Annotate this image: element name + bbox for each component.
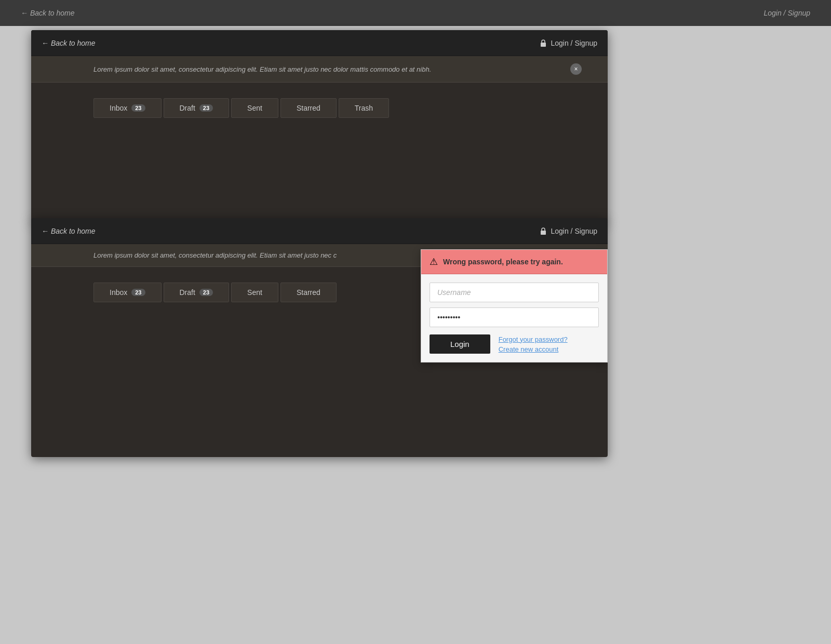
password-input[interactable] — [430, 307, 599, 327]
tab-sent-label: Sent — [247, 104, 262, 112]
background-topbar: ← Back to home Login / Signup — [0, 0, 831, 26]
w2-tab-draft-badge: 23 — [199, 289, 213, 296]
login-body: Login Forgot your password? Create new a… — [421, 274, 607, 362]
svg-rect-1 — [541, 231, 546, 235]
lock-icon-2 — [539, 227, 547, 235]
tab-starred[interactable]: Starred — [280, 98, 337, 118]
w2-tab-starred[interactable]: Starred — [280, 283, 337, 302]
tab-inbox-label: Inbox — [110, 104, 127, 112]
window1-login-signup[interactable]: Login / Signup — [539, 39, 597, 47]
window1-login-label[interactable]: Login / Signup — [551, 39, 597, 47]
tab-draft[interactable]: Draft 23 — [164, 98, 230, 118]
w2-tab-starred-label: Starred — [297, 288, 320, 297]
w2-tab-inbox-badge: 23 — [131, 289, 145, 296]
tab-starred-label: Starred — [297, 104, 320, 112]
create-account-link[interactable]: Create new account — [499, 345, 568, 353]
tab-trash-label: Trash — [355, 104, 373, 112]
login-actions: Login Forgot your password? Create new a… — [430, 334, 599, 354]
w2-tab-inbox-label: Inbox — [110, 288, 127, 297]
window2-notice-text: Lorem ipsum dolor sit amet, consectetur … — [93, 251, 337, 259]
w2-tab-draft[interactable]: Draft 23 — [164, 283, 230, 302]
window1-back-link[interactable]: ← Back to home — [42, 39, 95, 47]
tab-inbox[interactable]: Inbox 23 — [93, 98, 162, 118]
tab-draft-badge: 23 — [199, 104, 213, 112]
w2-tab-sent-label: Sent — [247, 288, 262, 297]
w2-tab-draft-label: Draft — [180, 288, 195, 297]
error-banner: ⚠ Wrong password, please try again. — [421, 250, 607, 274]
window-2: ← Back to home Login / Signup Lorem ipsu… — [31, 218, 608, 457]
warning-icon: ⚠ — [430, 256, 438, 267]
w2-tab-sent[interactable]: Sent — [231, 283, 278, 302]
forgot-password-link[interactable]: Forgot your password? — [499, 336, 568, 343]
window-1: ← Back to home Login / Signup Lorem ipsu… — [31, 30, 608, 222]
username-input[interactable] — [430, 283, 599, 302]
w2-tab-inbox[interactable]: Inbox 23 — [93, 283, 162, 302]
login-links: Forgot your password? Create new account — [499, 336, 568, 353]
lock-icon — [539, 39, 547, 47]
window2-login-signup[interactable]: Login / Signup — [539, 227, 597, 235]
tab-trash[interactable]: Trash — [339, 98, 389, 118]
window2-login-label[interactable]: Login / Signup — [551, 227, 597, 235]
login-button[interactable]: Login — [430, 334, 490, 354]
tab-sent[interactable]: Sent — [231, 98, 278, 118]
window1-close-button[interactable]: × — [570, 63, 582, 75]
tab-draft-label: Draft — [180, 104, 195, 112]
login-popup: ⚠ Wrong password, please try again. Logi… — [421, 249, 608, 363]
bg-back-link[interactable]: ← Back to home — [21, 9, 74, 17]
svg-rect-0 — [541, 43, 546, 47]
tab-inbox-badge: 23 — [131, 104, 145, 112]
window1-notice-bar: Lorem ipsum dolor sit amet, consectetur … — [31, 56, 608, 83]
window1-mail-tabs: Inbox 23 Draft 23 Sent Starred Trash — [31, 88, 608, 128]
bg-login-link[interactable]: Login / Signup — [763, 9, 810, 17]
window2-back-link[interactable]: ← Back to home — [42, 227, 95, 235]
window-1-topbar: ← Back to home Login / Signup — [31, 30, 608, 56]
window-2-topbar: ← Back to home Login / Signup — [31, 218, 608, 244]
error-message: Wrong password, please try again. — [443, 258, 563, 266]
window1-notice-text: Lorem ipsum dolor sit amet, consectetur … — [93, 65, 431, 73]
